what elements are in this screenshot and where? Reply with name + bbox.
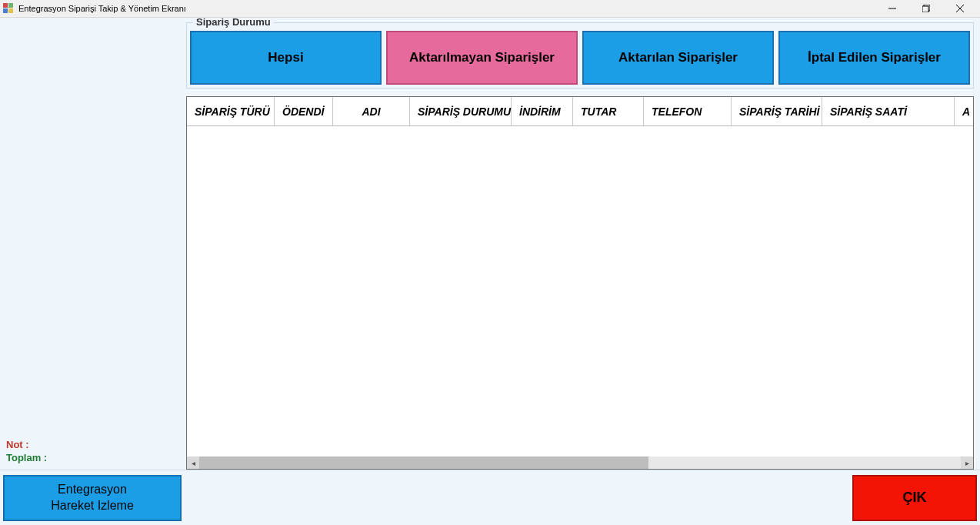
note-label: Not :: [6, 439, 47, 450]
left-info: Not : Toplam :: [6, 439, 47, 463]
orders-grid: SİPARİŞ TÜRÜ ÖDENDİ ADI SİPARİŞ DURUMU İ…: [186, 96, 974, 470]
svg-rect-2: [3, 8, 8, 13]
app-icon: [3, 3, 14, 14]
col-name[interactable]: ADI: [333, 97, 410, 125]
filter-not-transferred-label: Aktarılmayan Siparişler: [409, 50, 555, 65]
scroll-thumb[interactable]: [199, 456, 648, 469]
integration-tracking-label: Entegrasyon Hareket Izleme: [51, 482, 134, 514]
grid-horizontal-scrollbar[interactable]: ◂ ▸: [187, 456, 973, 469]
scroll-track[interactable]: [199, 456, 961, 469]
close-button[interactable]: [943, 0, 977, 17]
col-phone[interactable]: TELEFON: [644, 97, 732, 125]
filter-cancelled-button[interactable]: İptal Edilen Siparişler: [778, 31, 970, 85]
filter-transferred-button[interactable]: Aktarılan Siparişler: [582, 31, 774, 85]
titlebar: Entegrasyon Siparişi Takip & Yönetim Ekr…: [0, 0, 980, 17]
filter-transferred-label: Aktarılan Siparişler: [618, 50, 738, 65]
bottom-bar: Entegrasyon Hareket Izleme ÇIK: [0, 470, 980, 525]
svg-rect-3: [8, 8, 13, 13]
svg-rect-0: [3, 3, 8, 8]
minimize-button[interactable]: [875, 0, 909, 17]
filter-not-transferred-button[interactable]: Aktarılmayan Siparişler: [386, 31, 578, 85]
col-paid[interactable]: ÖDENDİ: [275, 97, 333, 125]
exit-label: ÇIK: [903, 490, 927, 506]
col-order-type[interactable]: SİPARİŞ TÜRÜ: [187, 97, 275, 125]
left-panel: Not : Toplam :: [0, 18, 186, 470]
content-area: Not : Toplam : Sipariş Durumu Hepsi Akta…: [0, 17, 980, 470]
col-order-time[interactable]: SİPARİŞ SAATİ: [822, 97, 955, 125]
total-label: Toplam :: [6, 452, 47, 463]
scroll-right-icon[interactable]: ▸: [961, 456, 973, 469]
col-order-date[interactable]: SİPARİŞ TARİHİ: [732, 97, 822, 125]
maximize-button[interactable]: [909, 0, 943, 17]
col-amount[interactable]: TUTAR: [573, 97, 644, 125]
col-extra[interactable]: A: [955, 97, 973, 125]
filter-row: Hepsi Aktarılmayan Siparişler Aktarılan …: [190, 31, 970, 85]
col-order-status[interactable]: SİPARİŞ DURUMU: [410, 97, 512, 125]
svg-rect-6: [922, 6, 928, 12]
svg-rect-1: [8, 3, 13, 8]
status-groupbox: Sipariş Durumu Hepsi Aktarılmayan Sipari…: [186, 22, 974, 89]
integration-tracking-button[interactable]: Entegrasyon Hareket Izleme: [3, 475, 182, 521]
groupbox-title: Sipariş Durumu: [193, 17, 274, 28]
exit-button[interactable]: ÇIK: [852, 475, 977, 521]
filter-cancelled-label: İptal Edilen Siparişler: [808, 50, 941, 65]
filter-all-button[interactable]: Hepsi: [190, 31, 382, 85]
window-title: Entegrasyon Siparişi Takip & Yönetim Ekr…: [18, 4, 186, 13]
col-discount[interactable]: İNDİRİM: [512, 97, 573, 125]
grid-header: SİPARİŞ TÜRÜ ÖDENDİ ADI SİPARİŞ DURUMU İ…: [187, 97, 973, 126]
right-panel: Sipariş Durumu Hepsi Aktarılmayan Sipari…: [186, 18, 980, 470]
grid-body[interactable]: [187, 126, 973, 456]
scroll-left-icon[interactable]: ◂: [187, 456, 199, 469]
filter-all-label: Hepsi: [268, 50, 303, 65]
